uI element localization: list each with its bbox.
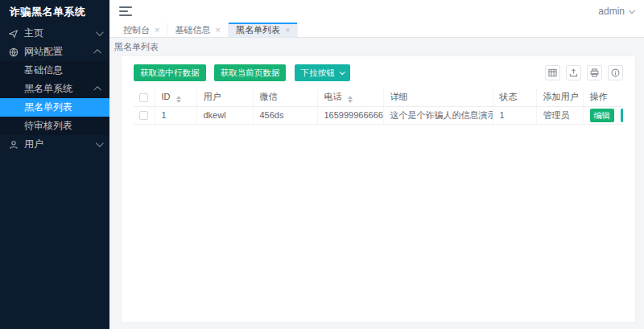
column-header-id[interactable]: ID	[155, 88, 196, 106]
print-icon[interactable]	[587, 65, 602, 80]
sidebar-item-label: 黑名单系统	[24, 82, 72, 96]
globe-icon	[8, 47, 19, 58]
more-button[interactable]: 更多	[621, 109, 623, 122]
table-row: 1 dkewl 456ds 165999966666 这个是个诈骗人的信息演示 …	[134, 106, 623, 124]
get-selected-rows-button[interactable]: 获取选中行数据	[134, 64, 206, 81]
app-title: 诈骗黑名单系统	[0, 0, 109, 24]
cell-user: dkewl	[196, 106, 253, 124]
chevron-up-icon	[93, 86, 101, 94]
info-icon[interactable]	[608, 65, 623, 80]
tabs-bar: 控制台 × 基础信息 × 黑名单列表 ×	[109, 23, 644, 38]
sidebar-item-label: 主页	[24, 27, 43, 40]
column-header-status: 状态	[493, 88, 536, 106]
sidebar-nav: 主页 网站配置 基础信息 黑名单系统 黑名单列表 待审核列	[0, 24, 109, 329]
column-header-wechat: 微信	[253, 88, 317, 106]
column-header-phone[interactable]: 电话	[317, 88, 383, 106]
sort-icon[interactable]	[176, 96, 181, 103]
sidebar-item-site-config[interactable]: 网站配置	[0, 43, 109, 61]
column-label: 微信	[260, 92, 278, 101]
column-label: ID	[162, 92, 171, 101]
cell-actions: 编辑 更多	[583, 106, 623, 124]
table-tool-icons	[539, 65, 623, 80]
sidebar-item-blacklist-list[interactable]: 黑名单列表	[0, 98, 109, 117]
chevron-down-icon	[96, 28, 104, 36]
sort-icon[interactable]	[348, 96, 353, 103]
cell-wechat: 456ds	[253, 106, 317, 124]
column-header-added-by: 添加用户	[536, 88, 583, 106]
column-label: 操作	[590, 92, 608, 101]
tab-close-icon[interactable]: ×	[285, 26, 290, 35]
sidebar-item-label: 基础信息	[24, 64, 63, 77]
breadcrumb: 黑名单列表	[109, 38, 644, 56]
breadcrumb-text: 黑名单列表	[114, 41, 159, 53]
column-label: 状态	[500, 92, 518, 101]
cell-status: 1	[493, 106, 536, 124]
tab-console[interactable]: 控制台 ×	[116, 23, 167, 37]
table-card: 获取选中行数据 获取当前页数据 下拉按钮	[121, 56, 636, 323]
column-header-detail: 详细	[383, 88, 493, 106]
column-label: 用户	[204, 92, 221, 101]
cell-phone: 165999966666	[317, 106, 383, 124]
tab-label: 黑名单列表	[236, 24, 280, 36]
sidebar-item-pending-review-list[interactable]: 待审核列表	[0, 117, 109, 135]
chevron-up-icon	[93, 49, 101, 57]
content: 获取选中行数据 获取当前页数据 下拉按钮	[109, 56, 644, 329]
column-label: 添加用户	[543, 92, 579, 101]
sidebar-item-label: 待审核列表	[24, 119, 72, 133]
table-header-row: ID 用户 微信 电话 详细 状态 添加用户	[134, 88, 623, 106]
edit-button[interactable]: 编辑	[590, 109, 614, 122]
tab-close-icon[interactable]: ×	[215, 26, 220, 35]
blacklist-table: ID 用户 微信 电话 详细 状态 添加用户	[134, 88, 623, 125]
cell-added-by: 管理员	[536, 106, 583, 124]
column-label: 详细	[390, 92, 408, 101]
column-header-user: 用户	[196, 88, 253, 106]
chevron-down-icon	[339, 69, 345, 75]
sidebar-item-home[interactable]: 主页	[0, 24, 109, 43]
main-area: admin 控制台 × 基础信息 × 黑名单列表 × 黑名单列表	[109, 0, 644, 329]
row-checkbox[interactable]	[139, 111, 148, 120]
cell-detail: 这个是个诈骗人的信息演示	[383, 106, 493, 124]
card-toolbar: 获取选中行数据 获取当前页数据 下拉按钮	[134, 64, 623, 81]
tab-close-icon[interactable]: ×	[155, 26, 159, 35]
dropdown-button[interactable]: 下拉按钮	[295, 64, 350, 81]
chevron-down-icon	[96, 139, 104, 147]
sidebar-item-label: 网站配置	[24, 45, 63, 59]
user-icon	[8, 139, 19, 150]
sidebar-item-label: 用户	[24, 138, 43, 151]
toolbar-buttons: 获取选中行数据 获取当前页数据 下拉按钮	[134, 64, 356, 81]
export-icon[interactable]	[566, 65, 581, 80]
sidebar-item-users[interactable]: 用户	[0, 135, 109, 154]
tab-label: 控制台	[123, 24, 150, 36]
dropdown-button-label: 下拉按钮	[301, 64, 335, 81]
chevron-down-icon	[629, 7, 635, 14]
send-icon	[8, 28, 19, 39]
sidebar-item-basic-info[interactable]: 基础信息	[0, 61, 109, 80]
sidebar: 诈骗黑名单系统 主页 网站配置 基础信息 黑名单系统	[0, 0, 109, 329]
topbar: admin	[109, 0, 644, 23]
select-all-checkbox-cell	[134, 88, 155, 106]
get-current-page-button[interactable]: 获取当前页数据	[214, 64, 287, 81]
app-window: 诈骗黑名单系统 主页 网站配置 基础信息 黑名单系统	[0, 0, 644, 329]
select-all-checkbox[interactable]	[139, 93, 148, 102]
filter-columns-icon[interactable]	[545, 65, 560, 80]
user-menu[interactable]: admin	[598, 6, 634, 17]
tab-basic-info[interactable]: 基础信息 ×	[167, 23, 228, 37]
sidebar-item-label: 黑名单列表	[24, 101, 72, 114]
username: admin	[598, 6, 625, 17]
tab-label: 基础信息	[175, 24, 210, 36]
row-checkbox-cell	[134, 106, 155, 124]
column-header-actions: 操作	[583, 88, 623, 106]
tab-blacklist-list[interactable]: 黑名单列表 ×	[229, 23, 298, 37]
sidebar-item-blacklist-system[interactable]: 黑名单系统	[0, 80, 109, 98]
sidebar-fold-icon[interactable]	[119, 6, 132, 16]
cell-id: 1	[155, 106, 196, 124]
column-label: 电话	[324, 92, 342, 101]
